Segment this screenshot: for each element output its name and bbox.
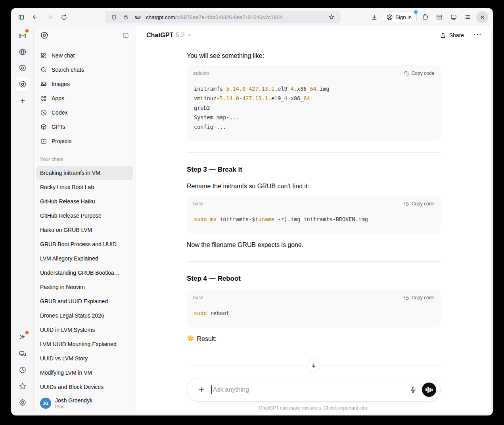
conversation-scroll-area[interactable]: You will see something like:arduinoCopy … xyxy=(136,44,491,350)
model-switcher[interactable]: ChatGPT 5.2 xyxy=(144,30,194,40)
user-account-row[interactable]: JG Josh Groendyk Plus xyxy=(34,392,136,414)
chat-title: UUIDs and Block Devices xyxy=(40,384,103,390)
settings-button[interactable] xyxy=(15,395,30,410)
copy-code-button[interactable]: Copy code xyxy=(404,71,434,76)
chatgpt-active-tab[interactable] xyxy=(15,77,30,92)
chat-title: GitHub Release Purpose xyxy=(40,212,102,219)
chat-item[interactable]: GRUB Boot Process and UUID xyxy=(36,237,133,251)
chat-header: ChatGPT 5.2 Share ⋯ xyxy=(136,26,491,44)
text: Rename the initramfs so GRUB can't find … xyxy=(187,183,309,190)
chat-item[interactable]: Haiku on GRUB LVM xyxy=(36,223,133,237)
url-host: chatgpt.com xyxy=(146,14,175,20)
chat-item[interactable]: Drones Legal Status 2026 xyxy=(36,308,133,323)
sidebar-item-codex[interactable]: Codex xyxy=(36,105,133,120)
clock-icon xyxy=(19,366,27,374)
sidebar-item-gpts[interactable]: GPTs xyxy=(36,120,133,134)
chat-item[interactable]: Pasting in Neovim xyxy=(36,280,133,294)
star-icon xyxy=(19,382,27,390)
ai-features-button[interactable] xyxy=(15,330,30,345)
message-input[interactable]: Ask anything xyxy=(211,385,407,394)
sidebar-toggle-icon[interactable] xyxy=(15,11,27,23)
page-panel: New chatSearch chatsImagesAppsCodexGPTsP… xyxy=(34,26,491,414)
chat-item[interactable]: Understanding GRUB Bootloa… xyxy=(36,266,133,280)
sidebar-item-projects[interactable]: Projects xyxy=(36,134,133,148)
forward-icon[interactable] xyxy=(44,11,56,23)
chat-item[interactable]: GRUB and UUID Explained xyxy=(36,294,133,308)
close-icon[interactable] xyxy=(476,11,488,23)
input-placeholder: Ask anything xyxy=(213,386,249,393)
chat-item[interactable]: Breaking initramfs in VM xyxy=(36,166,133,180)
code-language-label: bash xyxy=(193,295,203,301)
code-language-label: bash xyxy=(193,201,203,207)
chat-main: ChatGPT 5.2 Share ⋯ You will see somethi… xyxy=(136,26,491,414)
text: Now the filename GRUB expects is gone. xyxy=(187,241,303,248)
chatgpt-tab[interactable] xyxy=(15,61,30,75)
sidebar-item-new-chat[interactable]: New chat xyxy=(36,48,133,63)
codex-icon xyxy=(40,109,47,116)
message-heading: Step 4 — Reboot xyxy=(187,274,441,284)
share-icon xyxy=(440,32,446,38)
plus-icon xyxy=(19,97,26,104)
history-button[interactable] xyxy=(15,363,30,377)
dictate-mic-icon[interactable] xyxy=(407,383,420,396)
copy-code-label: Copy code xyxy=(412,71,434,76)
chat-item[interactable]: UUID vs LVM Story xyxy=(36,351,133,366)
compose-icon xyxy=(40,52,47,59)
gpts-icon xyxy=(40,123,47,130)
chevron-down-icon xyxy=(187,33,192,38)
composer: Ask anything xyxy=(187,378,441,402)
chat-item[interactable]: UUIDs and Block Devices xyxy=(36,380,133,392)
shield-icon[interactable] xyxy=(109,12,119,22)
copy-code-button[interactable]: Copy code xyxy=(404,295,434,301)
chat-title: Breaking initramfs in VM xyxy=(40,170,100,176)
gmail-pinned-tab[interactable] xyxy=(15,29,30,43)
scroll-to-bottom-button[interactable] xyxy=(307,359,320,372)
chat-list: Breaking initramfs in VMRocky Linux Boot… xyxy=(34,166,136,392)
sidebar-item-search-chats[interactable]: Search chats xyxy=(36,63,133,77)
code-line: sudo mv initramfs-$(uname -r).img initra… xyxy=(194,214,433,224)
voice-mode-button[interactable] xyxy=(422,383,436,397)
apps-icon xyxy=(40,95,47,102)
code-block: bashCopy codesudo mv initramfs-$(uname -… xyxy=(187,195,441,234)
chat-item[interactable]: LVM Allegory Explained xyxy=(36,251,133,266)
strip-divider xyxy=(16,326,29,326)
account-icon xyxy=(386,14,393,21)
sidebar-item-images[interactable]: Images xyxy=(36,77,133,91)
workspace-globe-tab[interactable] xyxy=(15,45,30,59)
more-options-icon[interactable]: ⋯ xyxy=(471,29,484,41)
code-line: config-... xyxy=(194,122,433,132)
message-paragraph: You will see something like: xyxy=(187,51,441,61)
ai-notification-dot xyxy=(25,331,29,334)
back-icon[interactable] xyxy=(29,11,41,23)
bookmarks-button[interactable] xyxy=(15,379,30,393)
tab-overview-icon[interactable] xyxy=(448,11,460,23)
permissions-icon[interactable] xyxy=(132,12,143,22)
bookmark-star-icon[interactable] xyxy=(326,12,337,22)
user-name: Josh Groendyk xyxy=(55,397,92,404)
chat-item[interactable]: GitHub Release Haiku xyxy=(36,194,133,209)
url-bar[interactable]: chatgpt.com/c/6976ae7e-4bb0-8326-8ea7-81… xyxy=(105,11,341,23)
code-line: initramfs-5.14.0-427.13.1.el9_4.x86_64.i… xyxy=(194,84,433,94)
collapse-sidebar-icon[interactable] xyxy=(122,32,129,39)
sign-in-notification-dot xyxy=(414,10,418,14)
synced-devices-button[interactable] xyxy=(15,347,30,361)
chat-item[interactable]: GitHub Release Purpose xyxy=(36,209,133,223)
chat-item[interactable]: UUID in LVM Systems xyxy=(36,323,133,337)
chat-item[interactable]: Modifying LVM in VM xyxy=(36,366,133,380)
chat-item[interactable]: LVM UUID Mounting Explained xyxy=(36,337,133,351)
sign-in-button[interactable]: Sign in xyxy=(383,11,417,23)
chats-section-label: Your chats xyxy=(34,155,136,164)
copy-code-button[interactable]: Copy code xyxy=(404,201,434,207)
library-icon[interactable] xyxy=(433,11,445,23)
downloads-icon[interactable] xyxy=(368,11,380,23)
share-button[interactable]: Share xyxy=(437,30,467,41)
chat-item[interactable]: Rocky Linux Boot Lab xyxy=(36,180,133,194)
sidebar-item-apps[interactable]: Apps xyxy=(36,91,133,105)
menu-icon[interactable] xyxy=(462,11,474,23)
chat-title: Drones Legal Status 2026 xyxy=(40,312,104,319)
lock-icon[interactable] xyxy=(121,12,131,22)
reload-icon[interactable] xyxy=(58,11,70,23)
new-tab-button[interactable] xyxy=(15,94,30,108)
attach-plus-icon[interactable] xyxy=(197,385,206,394)
extensions-icon[interactable] xyxy=(419,11,431,23)
